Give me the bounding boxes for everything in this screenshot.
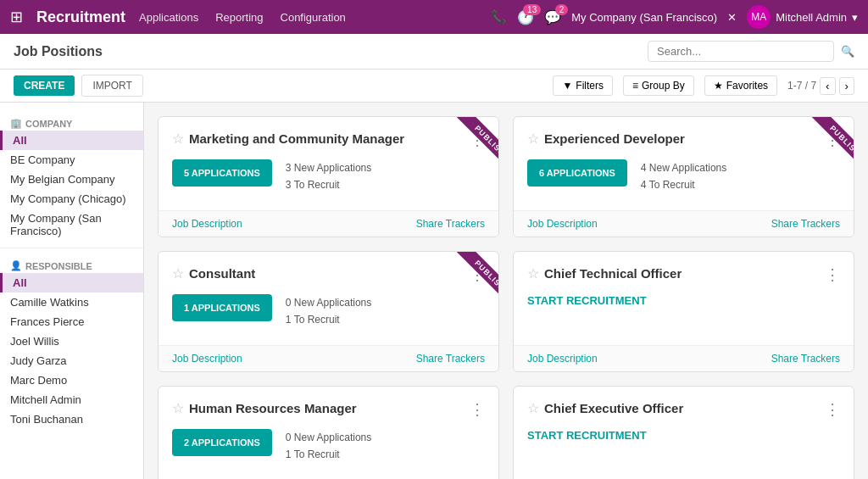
- groupby-button[interactable]: ≡ Group By: [623, 75, 694, 96]
- sidebar-company-be[interactable]: BE Company: [0, 150, 143, 170]
- responsible-section-title: 👤 RESPONSIBLE: [0, 255, 143, 273]
- sidebar-responsible-frances[interactable]: Frances Pierce: [0, 312, 143, 331]
- applications-btn-3[interactable]: 1 APPLICATIONS: [172, 294, 272, 321]
- sidebar-responsible-marc[interactable]: Marc Demo: [0, 370, 143, 390]
- stat1-3: 0 New Applications: [286, 294, 371, 311]
- sidebar: 🏢 COMPANY All BE Company My Belgian Comp…: [0, 103, 144, 479]
- nav-applications[interactable]: Applications: [139, 11, 198, 24]
- favorites-button[interactable]: ★ Favorites: [704, 75, 777, 96]
- top-nav-links: Applications Reporting Configuration: [139, 11, 477, 24]
- sidebar-company-belgian[interactable]: My Belgian Company: [0, 170, 143, 189]
- filters-label: Filters: [576, 80, 604, 92]
- messages-icon[interactable]: 💬 2: [544, 9, 561, 25]
- card-title-6: Chief Executive Officer: [544, 401, 683, 415]
- stat2-3: 1 To Recruit: [286, 311, 371, 328]
- card-stats-2: 4 New Applications 4 To Recruit: [641, 159, 726, 194]
- star-icon: ★: [714, 80, 723, 92]
- card-body-1: ☆ Marketing and Community Manager ⋮ 5 AP…: [159, 117, 498, 210]
- job-card-3: PUBLISHED ☆ Consultant ⋮ 1 APPLICATIONS …: [158, 251, 499, 372]
- card-header-6: ☆ Chief Executive Officer ⋮: [527, 400, 840, 419]
- share-trackers-link-4[interactable]: Share Trackers: [771, 353, 840, 365]
- sidebar-company-sf[interactable]: My Company (San Francisco): [0, 209, 143, 241]
- sidebar-company-chicago[interactable]: My Company (Chicago): [0, 189, 143, 209]
- sidebar-responsible-toni[interactable]: Toni Buchanan: [0, 409, 143, 429]
- pagination-count: 1-7 / 7: [787, 80, 816, 92]
- card-header-2: ☆ Experienced Developer ⋮: [527, 131, 840, 149]
- card-menu-5[interactable]: ⋮: [470, 400, 485, 419]
- next-page-button[interactable]: ›: [839, 77, 854, 95]
- nav-reporting[interactable]: Reporting: [215, 11, 263, 24]
- favorite-star-4[interactable]: ☆: [527, 265, 539, 281]
- card-menu-2[interactable]: ⋮: [825, 131, 840, 149]
- groupby-icon: ≡: [632, 80, 638, 92]
- sidebar-responsible-mitchell[interactable]: Mitchell Admin: [0, 390, 143, 409]
- sidebar-responsible-camille[interactable]: Camille Watkins: [0, 292, 143, 312]
- search-input[interactable]: [648, 41, 834, 62]
- card-menu-6[interactable]: ⋮: [825, 400, 840, 419]
- user-dropdown-icon: ▾: [852, 11, 858, 24]
- card-title-5: Human Resources Manager: [189, 401, 357, 415]
- close-icon[interactable]: ✕: [727, 11, 737, 24]
- card-stats-1: 3 New Applications 3 To Recruit: [286, 159, 371, 194]
- card-title-3: Consultant: [189, 266, 255, 281]
- sidebar-responsible-judy[interactable]: Judy Garza: [0, 351, 143, 370]
- filters-button[interactable]: ▼ Filters: [553, 75, 613, 96]
- card-body-3: ☆ Consultant ⋮ 1 APPLICATIONS 0 New Appl…: [159, 252, 498, 345]
- import-button[interactable]: IMPORT: [81, 75, 142, 97]
- start-recruitment-btn-6[interactable]: START RECRUITMENT: [527, 429, 647, 442]
- favorite-star-2[interactable]: ☆: [527, 131, 539, 147]
- applications-btn-2[interactable]: 6 APPLICATIONS: [527, 159, 627, 187]
- applications-btn-1[interactable]: 5 APPLICATIONS: [172, 159, 272, 187]
- toolbar: CREATE IMPORT ▼ Filters ≡ Group By ★ Fav…: [0, 70, 868, 103]
- card-header-1: ☆ Marketing and Community Manager ⋮: [172, 131, 485, 149]
- card-content-4: START RECRUITMENT: [527, 294, 840, 307]
- job-description-link-1[interactable]: Job Description: [172, 218, 242, 230]
- sidebar-responsible-all[interactable]: All: [0, 273, 143, 292]
- card-body-6: ☆ Chief Executive Officer ⋮ START RECRUI…: [514, 387, 854, 479]
- calendar-icon[interactable]: 🕐 13: [517, 9, 534, 25]
- card-menu-4[interactable]: ⋮: [825, 265, 840, 284]
- sidebar-company-all[interactable]: All: [0, 131, 143, 150]
- create-button[interactable]: CREATE: [14, 75, 75, 96]
- card-body-5: ☆ Human Resources Manager ⋮ 2 APPLICATIO…: [159, 387, 498, 479]
- favorite-star-5[interactable]: ☆: [172, 400, 184, 416]
- job-description-link-3[interactable]: Job Description: [172, 353, 242, 365]
- stat1-1: 3 New Applications: [286, 159, 371, 176]
- card-body-4: ☆ Chief Technical Officer ⋮ START RECRUI…: [514, 252, 854, 345]
- favorite-star-3[interactable]: ☆: [172, 265, 184, 281]
- search-icon[interactable]: 🔍: [841, 45, 854, 58]
- sidebar-responsible-joel[interactable]: Joel Willis: [0, 331, 143, 351]
- prev-page-button[interactable]: ‹: [820, 77, 835, 95]
- job-description-link-2[interactable]: Job Description: [527, 218, 598, 230]
- user-menu[interactable]: MA Mitchell Admin ▾: [747, 5, 858, 29]
- company-selector[interactable]: My Company (San Francisco): [571, 11, 717, 24]
- favorite-star-6[interactable]: ☆: [527, 400, 539, 416]
- toolbar-right: ▼ Filters ≡ Group By ★ Favorites 1-7 / 7…: [553, 75, 854, 96]
- start-recruitment-btn-4[interactable]: START RECRUITMENT: [527, 294, 647, 307]
- card-menu-3[interactable]: ⋮: [470, 265, 485, 284]
- card-menu-1[interactable]: ⋮: [470, 131, 485, 149]
- card-title-1: Marketing and Community Manager: [189, 131, 404, 146]
- messages-badge: 2: [555, 4, 569, 15]
- phone-icon[interactable]: 📞: [491, 9, 507, 25]
- card-title-row-5: ☆ Human Resources Manager: [172, 400, 357, 416]
- filter-icon: ▼: [562, 80, 572, 92]
- apps-grid-icon[interactable]: ⊞: [10, 8, 23, 26]
- card-content-3: 1 APPLICATIONS 0 New Applications 1 To R…: [172, 294, 485, 329]
- job-card-1: PUBLISHED ☆ Marketing and Community Mana…: [158, 116, 499, 237]
- applications-btn-5[interactable]: 2 APPLICATIONS: [172, 429, 272, 456]
- share-trackers-link-1[interactable]: Share Trackers: [416, 218, 485, 230]
- card-title-row-6: ☆ Chief Executive Officer: [527, 400, 683, 416]
- top-navbar: ⊞ Recruitment Applications Reporting Con…: [0, 0, 868, 34]
- job-description-link-4[interactable]: Job Description: [527, 353, 598, 365]
- job-card-5: ☆ Human Resources Manager ⋮ 2 APPLICATIO…: [158, 386, 499, 479]
- nav-configuration[interactable]: Configuration: [281, 11, 346, 24]
- favorite-star-1[interactable]: ☆: [172, 131, 184, 147]
- card-content-2: 6 APPLICATIONS 4 New Applications 4 To R…: [527, 159, 840, 194]
- card-footer-1: Job Description Share Trackers: [159, 210, 498, 237]
- person-icon: 👤: [10, 260, 22, 271]
- share-trackers-link-2[interactable]: Share Trackers: [771, 218, 840, 230]
- card-title-row-2: ☆ Experienced Developer: [527, 131, 685, 147]
- favorites-label: Favorites: [726, 80, 768, 92]
- share-trackers-link-3[interactable]: Share Trackers: [416, 353, 485, 365]
